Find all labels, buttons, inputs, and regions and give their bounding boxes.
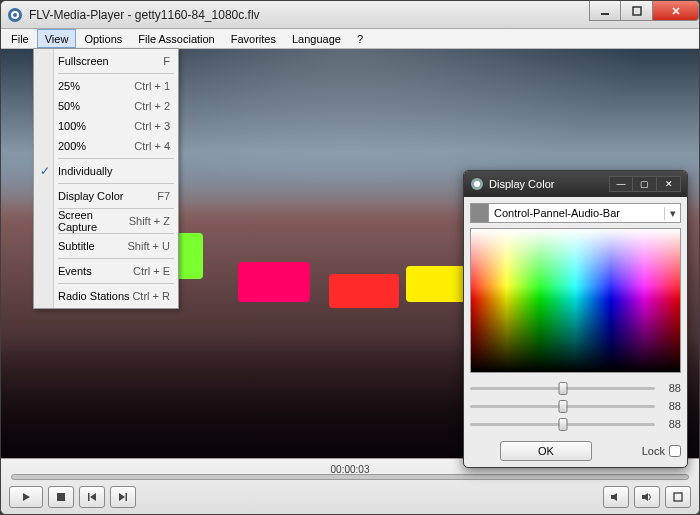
maximize-button[interactable]: [621, 1, 653, 21]
play-button[interactable]: [9, 486, 43, 508]
stop-button[interactable]: [48, 486, 74, 508]
slider-track[interactable]: [470, 423, 655, 426]
color-picker[interactable]: [470, 228, 681, 373]
menu-options[interactable]: Options: [76, 29, 130, 48]
slider-value: 88: [663, 382, 681, 394]
volume-button[interactable]: [634, 486, 660, 508]
svg-marker-13: [611, 493, 617, 501]
svg-rect-10: [88, 493, 90, 501]
menu-item-shortcut: F: [163, 55, 170, 67]
menu-item-100-[interactable]: 100%Ctrl + 3: [36, 116, 176, 136]
menu-item-shortcut: Ctrl + E: [133, 265, 170, 277]
menu-language[interactable]: Language: [284, 29, 349, 48]
menu-item-radio-stations[interactable]: Radio StationsCtrl + R: [36, 286, 176, 306]
menu-item-50-[interactable]: 50%Ctrl + 2: [36, 96, 176, 116]
ok-button[interactable]: OK: [500, 441, 592, 461]
prev-button[interactable]: [79, 486, 105, 508]
menu-item-label: Screen Capture: [58, 209, 129, 233]
select-value: Control-Pannel-Audio-Bar: [489, 207, 664, 219]
menu-item-label: 50%: [58, 100, 134, 112]
view-menu-dropdown: FullscreenF25%Ctrl + 150%Ctrl + 2100%Ctr…: [33, 48, 179, 309]
menu-item-subtitle[interactable]: SubtitleShift + U: [36, 236, 176, 256]
dialog-title-bar[interactable]: Display Color — ▢ ✕: [464, 171, 687, 197]
menu-item-individually[interactable]: ✓Individually: [36, 161, 176, 181]
svg-marker-14: [642, 493, 648, 501]
menu-separator: [58, 183, 174, 184]
dialog-icon: [470, 177, 484, 191]
window-title: FLV-Media-Player - getty1160-84_1080c.fl…: [29, 8, 589, 22]
lock-checkbox-wrap[interactable]: Lock: [642, 445, 681, 457]
svg-marker-7: [23, 493, 30, 501]
slider-thumb[interactable]: [558, 400, 567, 413]
slider-value: 88: [663, 418, 681, 430]
menu-item-shortcut: Ctrl + 2: [134, 100, 170, 112]
menu-item-label: Fullscreen: [58, 55, 163, 67]
menu-bar: FileViewOptionsFile AssociationFavorites…: [1, 29, 699, 49]
svg-rect-3: [601, 13, 609, 15]
svg-marker-9: [90, 493, 96, 501]
menu-item-screen-capture[interactable]: Screen CaptureShift + Z: [36, 211, 176, 231]
menu-separator: [58, 283, 174, 284]
svg-point-2: [13, 13, 17, 17]
menu-fileassociation[interactable]: File Association: [130, 29, 222, 48]
svg-marker-11: [119, 493, 125, 501]
menu-separator: [58, 258, 174, 259]
menu-view[interactable]: View: [37, 29, 77, 48]
slider-thumb[interactable]: [558, 418, 567, 431]
display-color-dialog[interactable]: Display Color — ▢ ✕ Control-Pannel-Audio…: [463, 170, 688, 468]
menu-item-label: Events: [58, 265, 133, 277]
menu-item-shortcut: Ctrl + 4: [134, 140, 170, 152]
lock-label: Lock: [642, 445, 665, 457]
slider-track[interactable]: [470, 387, 655, 390]
menu-file[interactable]: File: [3, 29, 37, 48]
dialog-maximize-button[interactable]: ▢: [633, 176, 657, 192]
chevron-down-icon: ▾: [664, 207, 680, 220]
menu-item-events[interactable]: EventsCtrl + E: [36, 261, 176, 281]
slider-track[interactable]: [470, 405, 655, 408]
dialog-close-button[interactable]: ✕: [657, 176, 681, 192]
seek-bar[interactable]: [11, 474, 689, 480]
menu-item-25-[interactable]: 25%Ctrl + 1: [36, 76, 176, 96]
menu-item-shortcut: Ctrl + 3: [134, 120, 170, 132]
menu-item-shortcut: F7: [157, 190, 170, 202]
menu-item-label: 25%: [58, 80, 134, 92]
menu-item-shortcut: Shift + Z: [129, 215, 170, 227]
svg-rect-8: [57, 493, 65, 501]
dialog-minimize-button[interactable]: —: [609, 176, 633, 192]
menu-item-label: 200%: [58, 140, 134, 152]
color-target-select[interactable]: Control-Pannel-Audio-Bar ▾: [470, 203, 681, 223]
app-icon: [7, 7, 23, 23]
menu-item-200-[interactable]: 200%Ctrl + 4: [36, 136, 176, 156]
title-bar[interactable]: FLV-Media-Player - getty1160-84_1080c.fl…: [1, 1, 699, 29]
window-controls: [589, 1, 699, 28]
check-icon: ✓: [40, 164, 50, 178]
menu-item-label: 100%: [58, 120, 134, 132]
close-button[interactable]: [653, 1, 699, 21]
menu-item-label: Subtitle: [58, 240, 128, 252]
color-swatch: [471, 204, 489, 222]
dialog-title: Display Color: [489, 178, 609, 190]
minimize-button[interactable]: [589, 1, 621, 21]
menu-item-display-color[interactable]: Display ColorF7: [36, 186, 176, 206]
svg-rect-12: [126, 493, 128, 501]
slider-value: 88: [663, 400, 681, 412]
color-slider-1: 88: [470, 397, 681, 415]
svg-point-17: [474, 181, 480, 187]
menu-separator: [58, 73, 174, 74]
menu-item-shortcut: Shift + U: [128, 240, 171, 252]
svg-rect-4: [633, 7, 641, 15]
menu-favorites[interactable]: Favorites: [223, 29, 284, 48]
lock-checkbox[interactable]: [669, 445, 681, 457]
next-button[interactable]: [110, 486, 136, 508]
menu-item-fullscreen[interactable]: FullscreenF: [36, 51, 176, 71]
fullscreen-button[interactable]: [665, 486, 691, 508]
slider-thumb[interactable]: [558, 382, 567, 395]
menu-[interactable]: ?: [349, 29, 371, 48]
color-slider-0: 88: [470, 379, 681, 397]
mute-button[interactable]: [603, 486, 629, 508]
menu-item-shortcut: Ctrl + 1: [134, 80, 170, 92]
menu-item-shortcut: Ctrl + R: [132, 290, 170, 302]
menu-item-label: Display Color: [58, 190, 157, 202]
svg-rect-15: [674, 493, 682, 501]
menu-item-label: Radio Stations: [58, 290, 132, 302]
